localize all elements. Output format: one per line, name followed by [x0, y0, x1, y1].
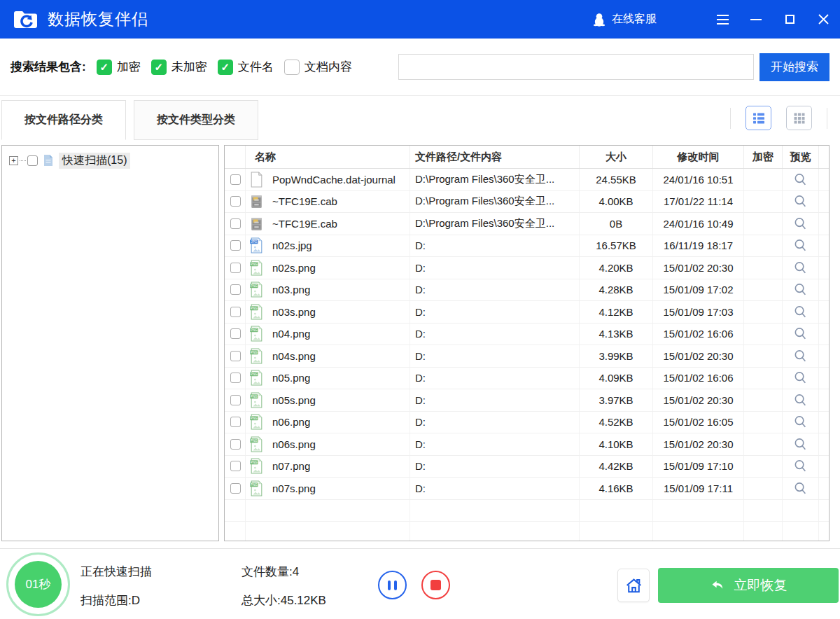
table-row[interactable]: PNGn02s.pngD:4.20KB15/01/02 20:30 [225, 257, 829, 279]
column-header-time[interactable]: 修改时间 [653, 146, 744, 168]
row-checkbox[interactable] [230, 351, 241, 361]
preview-button[interactable] [783, 368, 819, 389]
row-checkbox[interactable] [230, 461, 241, 471]
preview-button[interactable] [783, 301, 819, 323]
file-type-icon: PNG [246, 456, 267, 478]
start-search-button[interactable]: 开始搜索 [760, 53, 830, 81]
table-row[interactable]: PNGn07s.pngD:4.16KB15/01/09 17:11 [225, 478, 829, 500]
preview-button[interactable] [783, 345, 819, 367]
table-row[interactable]: PNGn03s.pngD:4.12KB15/01/09 17:03 [225, 301, 829, 324]
column-header-size[interactable]: 大小 [580, 146, 653, 168]
table-row[interactable]: PNGn05.pngD:4.09KB15/01/02 16:06 [225, 368, 829, 390]
menu-button[interactable] [706, 0, 739, 39]
row-spacer [819, 191, 829, 213]
row-checkbox[interactable] [230, 263, 241, 273]
row-checkbox[interactable] [230, 417, 241, 427]
online-service-button[interactable]: 在线客服 [593, 12, 657, 27]
file-type-icon [246, 522, 267, 541]
table-row[interactable]: PNGn04s.pngD:3.99KB15/01/02 20:30 [225, 345, 829, 368]
table-row[interactable]: PNGn06s.pngD:4.10KB15/01/02 20:30 [225, 433, 829, 456]
column-header-name[interactable]: 名称 [246, 146, 410, 168]
checkbox-unchecked-icon[interactable] [284, 60, 300, 75]
row-checkbox[interactable] [230, 240, 241, 251]
minimize-button[interactable] [739, 0, 773, 39]
file-name: n03s.png [267, 301, 410, 323]
preview-button[interactable] [783, 456, 819, 478]
row-checkbox[interactable] [230, 395, 241, 405]
tab-by-file-path[interactable]: 按文件路径分类 [1, 100, 126, 140]
preview-button[interactable] [783, 324, 819, 345]
preview-button[interactable] [783, 257, 819, 279]
tree-expander-icon[interactable]: + [9, 156, 18, 165]
row-select-cell [225, 169, 246, 190]
column-header-preview[interactable]: 预览 [783, 146, 819, 168]
row-checkbox[interactable] [230, 218, 241, 229]
search-filter[interactable]: ✓加密 [97, 59, 141, 75]
file-encrypted [744, 279, 783, 301]
preview-button[interactable] [783, 191, 819, 213]
table-row[interactable] [225, 522, 829, 541]
table-row[interactable]: PNGn04.pngD:4.13KB15/01/02 16:06 [225, 324, 829, 346]
search-filter[interactable]: ✓文件名 [218, 59, 274, 75]
row-checkbox[interactable] [230, 483, 241, 494]
file-name: ~TFC19E.cab [267, 191, 410, 213]
file-path: D: [410, 412, 580, 433]
preview-button[interactable] [783, 412, 819, 433]
preview-button[interactable] [783, 279, 819, 301]
search-filter[interactable]: ✓未加密 [151, 59, 207, 75]
stop-button[interactable] [421, 571, 450, 599]
maximize-button[interactable] [773, 0, 806, 39]
file-name [267, 500, 410, 522]
preview-button[interactable] [783, 169, 819, 190]
preview-magnifier-icon [793, 370, 808, 385]
table-row[interactable]: JPGn02s.jpgD:16.57KB16/11/19 18:17 [225, 235, 829, 258]
table-row[interactable]: PNGn03.pngD:4.28KB15/01/09 17:02 [225, 279, 829, 302]
table-row[interactable]: PopWndCache.dat-journalD:\Program Files\… [225, 169, 829, 191]
table-header: 名称 文件路径/文件内容 大小 修改时间 加密 预览 [225, 146, 829, 169]
recover-now-button[interactable]: 立即恢复 [658, 568, 839, 603]
search-input[interactable] [398, 54, 754, 80]
column-header-encrypted[interactable]: 加密 [744, 146, 783, 168]
row-select-cell [225, 235, 246, 257]
preview-button[interactable] [783, 478, 819, 499]
preview-button[interactable] [783, 433, 819, 455]
row-checkbox[interactable] [230, 284, 241, 295]
file-type-icon [246, 500, 267, 522]
table-row[interactable]: ~TFC19E.cabD:\Program Files\360安全卫...0B2… [225, 213, 829, 235]
search-filters: ✓加密✓未加密✓文件名文档内容 [86, 59, 352, 75]
table-row[interactable]: PNGn05s.pngD:3.97KB15/01/02 20:30 [225, 389, 829, 412]
table-row[interactable] [225, 500, 829, 522]
checkbox-checked-icon[interactable]: ✓ [151, 60, 167, 75]
grid-view-button[interactable] [786, 106, 812, 130]
search-filter[interactable]: 文档内容 [284, 59, 352, 75]
preview-button[interactable] [783, 235, 819, 257]
file-size [580, 522, 653, 541]
scan-progress-ring: 01秒 [6, 552, 70, 616]
row-checkbox[interactable] [230, 373, 241, 383]
tree-item-quick-scan[interactable]: + 快速扫描(15) [9, 151, 218, 169]
table-row[interactable]: PNGn07.pngD:4.42KB15/01/09 17:10 [225, 456, 829, 478]
column-header-path[interactable]: 文件路径/文件内容 [410, 146, 580, 168]
preview-button[interactable] [783, 213, 819, 235]
row-checkbox[interactable] [230, 328, 241, 339]
row-checkbox[interactable] [230, 307, 241, 317]
checkbox-checked-icon[interactable]: ✓ [218, 60, 233, 75]
file-name: n07s.png [267, 478, 410, 499]
preview-button[interactable] [783, 389, 819, 411]
file-path: D: [410, 368, 580, 389]
row-checkbox[interactable] [230, 196, 241, 207]
tab-by-file-type[interactable]: 按文件类型分类 [134, 100, 258, 140]
file-time: 15/01/02 20:30 [653, 433, 744, 455]
home-button[interactable] [617, 569, 650, 602]
tree-checkbox[interactable] [27, 155, 38, 166]
list-view-button[interactable] [746, 106, 771, 130]
file-path: D:\Program Files\360安全卫... [410, 213, 580, 235]
row-checkbox[interactable] [230, 439, 241, 450]
pause-button[interactable] [378, 571, 407, 599]
preview-magnifier-icon [793, 194, 808, 209]
table-row[interactable]: ~TFC19E.cabD:\Program Files\360安全卫...4.0… [225, 191, 829, 214]
table-row[interactable]: PNGn06.pngD:4.52KB15/01/02 16:05 [225, 412, 829, 434]
close-button[interactable] [806, 0, 840, 39]
row-checkbox[interactable] [230, 174, 241, 185]
checkbox-checked-icon[interactable]: ✓ [97, 60, 112, 75]
